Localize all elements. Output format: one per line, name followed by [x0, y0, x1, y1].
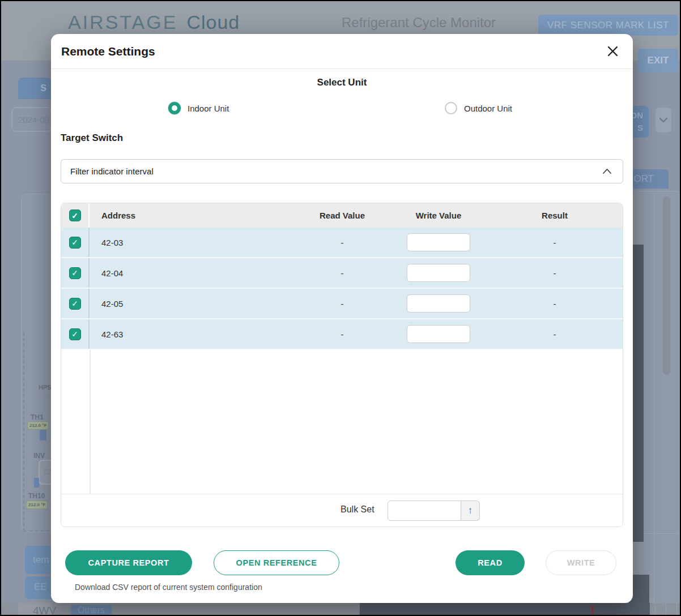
th10-temperature-badge: 212.0 °F [26, 500, 48, 509]
diagram-label-th1: TH1 [31, 413, 44, 421]
row-write-input[interactable] [407, 264, 470, 282]
row-read-value: - [294, 299, 390, 309]
header-checkbox-cell: ✓ [61, 203, 90, 228]
row-write-input[interactable] [407, 233, 470, 251]
row-result: - [487, 330, 623, 339]
table-row: ✓ 42-03 - - [61, 228, 623, 258]
row-write-cell [390, 233, 487, 251]
radio-selected-icon[interactable] [168, 102, 181, 114]
chevron-up-icon [603, 169, 611, 174]
row-address: 42-04 [90, 268, 294, 278]
row-read-value: - [294, 268, 390, 278]
check-icon: ✓ [71, 268, 78, 277]
table-header-row: ✓ Address Read Value Write Value Result [61, 203, 623, 228]
arrow-up-icon: ↑ [468, 505, 473, 516]
row-address: 42-63 [90, 330, 294, 339]
bottom-bar-divider [655, 603, 656, 616]
capture-report-button[interactable]: CAPTURE REPORT [65, 550, 192, 575]
bulk-apply-button[interactable]: ↑ [461, 500, 480, 521]
th1-temperature-badge: 212.0 °F [27, 421, 49, 430]
bulk-set-input[interactable] [388, 500, 461, 521]
switch-table: ✓ Address Read Value Write Value Result … [61, 203, 623, 527]
row-write-cell [390, 264, 487, 282]
row-checkbox[interactable]: ✓ [69, 298, 81, 310]
read-button[interactable]: READ [456, 550, 525, 575]
row-write-cell [390, 325, 487, 343]
screen: AIRSTAGECloud Refrigerant Cycle Monitor … [0, 0, 681, 616]
close-button[interactable] [605, 44, 620, 59]
modal-title: Remote Settings [61, 45, 605, 58]
target-switch-select[interactable]: Filter indicator interval [61, 159, 623, 183]
background-dropdown[interactable] [656, 108, 671, 132]
bottom-bar-divider [676, 603, 677, 616]
background-tab[interactable]: S [18, 78, 51, 99]
date-picker-input[interactable]: 2024-09 [11, 107, 52, 132]
table-row: ✓ 42-04 - - [61, 258, 623, 289]
header-address: Address [90, 211, 294, 220]
row-read-value: - [294, 238, 390, 247]
valve-icon [40, 430, 46, 440]
bottom-bar-divider [666, 603, 666, 616]
diagram-label-th10: TH10 [28, 492, 45, 500]
table-row: ✓ 42-05 - - [61, 289, 623, 319]
row-write-cell [390, 294, 487, 313]
airstage-logo: AIRSTAGECloud [68, 11, 240, 33]
logo-primary: AIRSTAGE [68, 11, 177, 33]
hps-sensor-icon [43, 392, 51, 397]
bottom-bar-dark-segment [360, 603, 650, 616]
page-title: Refrigerant Cycle Monitor [342, 15, 496, 31]
target-switch-select-value: Filter indicator interval [70, 166, 603, 176]
table-footer: Bulk Set ↑ [61, 494, 623, 527]
row-checkbox-cell: ✓ [61, 228, 90, 257]
fourwv-label: 4WV [33, 605, 56, 616]
open-reference-button[interactable]: OPEN REFERENCE [214, 550, 339, 575]
row-checkbox[interactable]: ✓ [69, 267, 81, 279]
logo-secondary: Cloud [186, 11, 240, 33]
check-icon: ✓ [71, 299, 78, 308]
row-checkbox[interactable]: ✓ [69, 237, 81, 249]
row-result: - [487, 299, 623, 309]
vrf-sensor-mark-list-button[interactable]: VRF SENSOR MARK LIST [538, 15, 678, 36]
header-write-value: Write Value [390, 211, 487, 220]
vertical-scrollbar[interactable] [663, 196, 670, 375]
row-checkbox-cell: ✓ [61, 289, 90, 318]
table-empty-area [61, 350, 623, 494]
row-checkbox-cell: ✓ [61, 319, 90, 349]
panel-divider [679, 194, 679, 616]
exit-button[interactable]: EXIT [638, 49, 678, 72]
row-address: 42-03 [90, 238, 294, 247]
write-button: WRITE [546, 550, 616, 575]
panel-divider [654, 194, 654, 616]
table-row: ✓ 42-63 - - [61, 319, 623, 350]
select-all-checkbox[interactable]: ✓ [69, 209, 81, 221]
others-tab[interactable]: Others [71, 605, 112, 616]
modal-body: Select Unit Indoor Unit Outdoor Unit Tar… [51, 77, 633, 592]
select-unit-heading: Select Unit [61, 77, 623, 88]
header-result: Result [487, 211, 623, 220]
outdoor-unit-label: Outdoor Unit [464, 104, 512, 113]
conditions-line2: S [637, 123, 643, 132]
dark-chart-bar [633, 245, 644, 542]
chevron-down-icon [659, 118, 667, 123]
check-icon: ✓ [71, 238, 78, 247]
indoor-unit-option[interactable]: Indoor Unit [168, 102, 229, 114]
valve-icon [34, 478, 39, 487]
diagram-label-hps: HPS [39, 384, 52, 391]
target-switch-heading: Target Switch [61, 132, 623, 144]
outdoor-unit-option[interactable]: Outdoor Unit [445, 102, 512, 114]
row-checkbox-cell: ✓ [61, 258, 90, 288]
row-write-input[interactable] [407, 294, 470, 313]
check-icon: ✓ [71, 330, 78, 339]
check-icon: ✓ [71, 211, 78, 220]
row-checkbox[interactable]: ✓ [69, 328, 81, 340]
row-address: 42-05 [90, 299, 294, 309]
row-write-input[interactable] [407, 325, 470, 343]
bottom-bar-marker [591, 605, 593, 616]
radio-unselected-icon[interactable] [445, 102, 457, 114]
diagram-label-inv: INV [33, 452, 45, 460]
bulk-set-group: ↑ [388, 500, 480, 521]
modal-header: Remote Settings [51, 34, 633, 69]
row-read-value: - [294, 330, 390, 339]
remote-settings-modal: Remote Settings Select Unit Indoor Unit … [51, 34, 633, 603]
row-result: - [487, 238, 623, 247]
